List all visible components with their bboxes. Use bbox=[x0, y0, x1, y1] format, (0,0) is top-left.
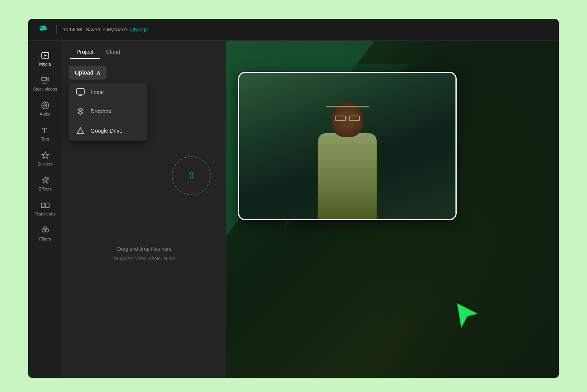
dropdown-item-local[interactable]: Local bbox=[69, 83, 147, 102]
sidebar-item-effects[interactable]: Effects bbox=[30, 172, 61, 195]
person-body bbox=[318, 133, 377, 219]
panel-tabs: Project Cloud bbox=[62, 41, 226, 59]
svg-rect-3 bbox=[42, 77, 46, 81]
monitor-icon bbox=[76, 88, 85, 96]
sidebar-item-audio[interactable]: Audio bbox=[30, 97, 61, 120]
player-area: Player bbox=[226, 41, 559, 378]
sidebar-label-stickers: Stickers bbox=[37, 162, 53, 166]
drive-icon bbox=[76, 127, 85, 135]
transitions-icon bbox=[41, 201, 50, 210]
dropdown-item-dropbox[interactable]: Dropbox bbox=[69, 102, 147, 121]
glasses-bridge bbox=[346, 118, 349, 118]
audio-icon bbox=[41, 101, 50, 110]
drop-subtext: Supports: video, photo, audio bbox=[114, 256, 175, 261]
svg-point-10 bbox=[47, 177, 48, 179]
svg-marker-2 bbox=[44, 54, 47, 57]
sidebar-item-stock-videos[interactable]: Stock videos bbox=[30, 72, 61, 95]
sidebar-label-transitions: Transitions bbox=[35, 212, 55, 216]
dropdown-item-google-drive[interactable]: Google Drive bbox=[69, 121, 147, 141]
photo-frame bbox=[238, 72, 457, 220]
timestamp: 10:56:39 bbox=[63, 27, 83, 32]
svg-point-8 bbox=[44, 105, 46, 106]
top-bar: 10:56:39 Saved in Myspace Change bbox=[28, 19, 559, 41]
left-panel: Project Cloud Upload ∧ bbox=[62, 41, 226, 378]
saved-status: Saved in Myspace bbox=[86, 27, 127, 32]
effects-icon bbox=[41, 176, 50, 185]
sidebar-label-effects: Effects bbox=[39, 187, 52, 191]
text-icon: T bbox=[41, 126, 50, 135]
necklace bbox=[326, 106, 369, 107]
stickers-icon bbox=[41, 151, 50, 160]
media-icon bbox=[41, 51, 50, 60]
top-bar-divider bbox=[56, 25, 57, 34]
upload-button[interactable]: Upload ∧ bbox=[69, 66, 107, 80]
glasses-right bbox=[349, 116, 360, 121]
sidebar-label-audio: Audio bbox=[39, 112, 50, 116]
sidebar-item-transitions[interactable]: Transitions bbox=[30, 197, 61, 220]
app-logo bbox=[36, 23, 50, 37]
sidebar-label-stock: Stock videos bbox=[33, 87, 57, 91]
sidebar-label-filters: Filters bbox=[39, 237, 51, 241]
sidebar: Media Stock videos bbox=[28, 41, 62, 378]
sidebar-label-media: Media bbox=[39, 62, 51, 66]
sidebar-item-stickers[interactable]: Stickers bbox=[30, 147, 61, 170]
dropbox-icon bbox=[76, 107, 85, 116]
upload-section: Upload ∧ Local bbox=[62, 59, 226, 86]
upload-arrow-icon: ⇧ bbox=[187, 169, 196, 182]
green-cursor-arrow bbox=[454, 300, 481, 331]
svg-text:T: T bbox=[42, 127, 47, 135]
sidebar-label-text: Text bbox=[41, 137, 49, 141]
top-bar-info: 10:56:39 Saved in Myspace Change bbox=[63, 27, 148, 32]
drop-circle: ⇧ bbox=[172, 156, 211, 195]
upload-dropdown: Local Dropbox bbox=[69, 83, 147, 141]
stock-videos-icon bbox=[41, 76, 50, 85]
photo-inner bbox=[239, 73, 455, 219]
svg-rect-16 bbox=[76, 89, 84, 94]
tab-project[interactable]: Project bbox=[70, 45, 100, 59]
player-background bbox=[226, 41, 559, 378]
drop-text: Drag and drop files here bbox=[117, 246, 171, 252]
person-figure bbox=[318, 102, 377, 219]
main-content: Media Stock videos bbox=[28, 41, 559, 378]
tab-cloud[interactable]: Cloud bbox=[100, 45, 127, 59]
sidebar-item-text[interactable]: T Text bbox=[30, 122, 61, 145]
filters-icon bbox=[41, 226, 50, 235]
sidebar-item-media[interactable]: Media bbox=[30, 47, 61, 70]
app-window: 10:56:39 Saved in Myspace Change Media bbox=[28, 19, 559, 378]
svg-rect-11 bbox=[41, 203, 45, 208]
change-link[interactable]: Change bbox=[130, 27, 148, 32]
svg-rect-12 bbox=[46, 203, 49, 208]
glasses-left bbox=[335, 116, 346, 121]
chevron-up-icon: ∧ bbox=[96, 69, 100, 76]
sidebar-item-filters[interactable]: Filters bbox=[30, 222, 61, 245]
